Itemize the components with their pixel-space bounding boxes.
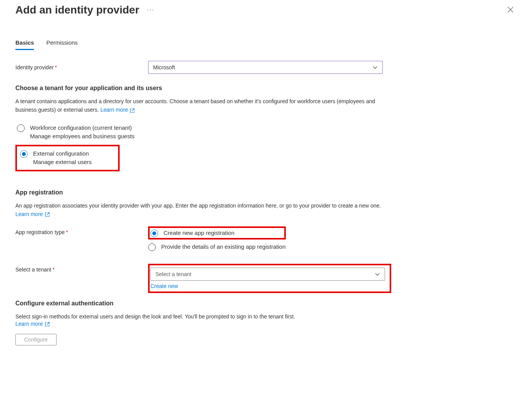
select-tenant-label: Select a tenant* xyxy=(15,264,148,273)
page-title: Add an identity provider xyxy=(15,4,139,16)
tenant-learn-more-link[interactable]: Learn more xyxy=(100,107,135,113)
select-tenant-row: Select a tenant* Select a tenant Create … xyxy=(15,264,517,293)
app-reg-type-row: App registration type* Create new app re… xyxy=(15,226,517,256)
configure-auth-heading: Configure external authentication xyxy=(15,300,517,307)
select-tenant-dropdown[interactable]: Select a tenant xyxy=(150,268,385,281)
select-tenant-highlight: Select a tenant Create new xyxy=(148,264,391,293)
configure-button[interactable]: Configure xyxy=(15,334,57,345)
radio-circle-unchecked xyxy=(148,243,156,251)
external-config-highlight: External configuration Manage external u… xyxy=(15,145,120,171)
chevron-down-icon xyxy=(375,271,380,277)
more-options-icon[interactable]: ··· xyxy=(147,7,154,13)
page-header: Add an identity provider ··· xyxy=(15,4,517,16)
required-indicator: * xyxy=(66,229,68,235)
header-left: Add an identity provider ··· xyxy=(15,4,154,16)
identity-provider-label-text: Identity provider xyxy=(15,64,54,70)
identity-provider-value: Microsoft xyxy=(153,64,175,70)
external-link-icon xyxy=(130,108,135,113)
app-reg-type-label: App registration type* xyxy=(15,226,148,235)
radio-workforce-labels: Workforce configuration (current tenant)… xyxy=(30,124,135,141)
app-reg-type-radios: Create new app registration Provide the … xyxy=(148,226,286,256)
external-link-icon xyxy=(45,212,50,217)
radio-external-labels: External configuration Manage external u… xyxy=(33,149,92,167)
required-indicator: * xyxy=(55,64,57,70)
select-tenant-label-text: Select a tenant xyxy=(15,266,51,273)
close-icon[interactable] xyxy=(504,4,517,16)
tab-basics[interactable]: Basics xyxy=(15,39,34,50)
workforce-title: Workforce configuration (current tenant) xyxy=(30,124,135,132)
tab-permissions[interactable]: Permissions xyxy=(46,39,78,50)
create-new-highlight: Create new app registration xyxy=(148,226,286,240)
identity-provider-row: Identity provider* Microsoft xyxy=(15,61,517,74)
provide-existing-text: Provide the details of an existing app r… xyxy=(161,243,286,251)
create-new-text: Create new app registration xyxy=(163,229,234,238)
app-reg-learn-more-text: Learn more xyxy=(15,211,43,217)
configure-auth-desc-text: Select sign-in methods for external user… xyxy=(15,313,295,320)
radio-circle-unchecked xyxy=(17,124,25,132)
configure-auth-description: Select sign-in methods for external user… xyxy=(15,312,385,321)
chevron-down-icon xyxy=(372,65,378,70)
identity-provider-label: Identity provider* xyxy=(15,64,148,70)
app-reg-description-text: An app registration associates your iden… xyxy=(15,203,381,209)
external-subtitle: Manage external users xyxy=(33,158,92,167)
create-new-tenant-link[interactable]: Create new xyxy=(150,283,385,289)
radio-workforce-config[interactable]: Workforce configuration (current tenant)… xyxy=(15,122,517,142)
required-indicator: * xyxy=(52,266,54,273)
radio-create-new-app[interactable]: Create new app registration xyxy=(150,229,234,238)
select-tenant-placeholder: Select a tenant xyxy=(155,271,191,277)
configure-auth-learn-more-text: Learn more xyxy=(15,321,43,327)
tab-bar: Basics Permissions xyxy=(15,39,517,50)
identity-provider-select[interactable]: Microsoft xyxy=(148,61,383,74)
external-link-icon xyxy=(45,322,50,327)
app-reg-type-label-text: App registration type xyxy=(15,229,65,235)
radio-external-config[interactable]: External configuration Manage external u… xyxy=(18,148,95,168)
radio-provide-existing[interactable]: Provide the details of an existing app r… xyxy=(148,243,286,251)
external-title: External configuration xyxy=(33,149,92,158)
radio-circle-checked xyxy=(150,229,158,237)
tenant-learn-more-text: Learn more xyxy=(100,107,128,113)
app-registration-heading: App registration xyxy=(15,189,517,196)
tenant-description-text: A tenant contains applications and a dir… xyxy=(15,98,375,113)
app-registration-description: An app registration associates your iden… xyxy=(15,201,385,219)
configure-auth-learn-more-link[interactable]: Learn more xyxy=(15,321,50,327)
radio-circle-checked xyxy=(20,150,28,158)
app-reg-learn-more-link[interactable]: Learn more xyxy=(15,211,50,217)
workforce-subtitle: Manage employees and business guests xyxy=(30,132,135,141)
tenant-section-heading: Choose a tenant for your application and… xyxy=(15,85,517,92)
tenant-section-description: A tenant contains applications and a dir… xyxy=(15,97,385,114)
